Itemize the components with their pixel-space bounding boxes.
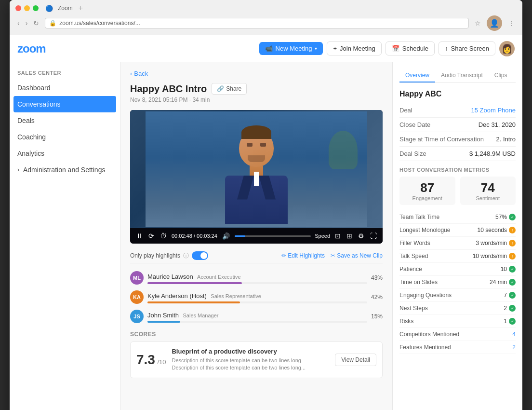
metric-value: 1 ✓: [504, 318, 516, 325]
stage-label: Stage at Time of Conversation: [399, 136, 484, 143]
metric-name: Team Talk Time: [399, 214, 439, 220]
participant-role-3: Sales Manager: [183, 313, 219, 318]
metric-value: 24 min ✓: [490, 279, 516, 286]
video-placeholder[interactable]: [130, 110, 383, 228]
tab-clips[interactable]: Clips: [489, 69, 513, 82]
metric-name: Features Mentioned: [399, 344, 451, 351]
metric-value: 10 ✓: [501, 266, 516, 273]
score-desc-2: Description of this score template can b…: [172, 364, 329, 371]
conversations-label: Conversations: [17, 100, 61, 108]
new-tab-button[interactable]: +: [79, 4, 83, 13]
join-meeting-label: Join Meeting: [340, 45, 375, 52]
metric-name: Filler Words: [399, 240, 430, 246]
back-label: Back: [134, 70, 148, 77]
time-total: 00:03:24: [197, 233, 217, 239]
green-badge-icon: ✓: [509, 292, 516, 299]
sidebar: SALES CENTER Dashboard Conversations Dea…: [10, 62, 120, 410]
new-meeting-label: New Meeting: [276, 45, 312, 52]
join-meeting-button[interactable]: + Join Meeting: [327, 41, 381, 55]
browser-controls: ‹ › ↻ 🔒 zoom.us/sales/conversations/... …: [15, 15, 517, 31]
clip-icon: ✂: [331, 252, 335, 259]
close-date-label: Close Date: [399, 121, 430, 128]
skip-back-button[interactable]: ⟳: [147, 231, 155, 241]
captions-button[interactable]: ⊡: [334, 231, 342, 241]
score-details: Blueprint of a productive discovery Desc…: [172, 348, 329, 372]
edit-icon: ✏: [281, 252, 286, 259]
forward-button[interactable]: ›: [24, 18, 30, 28]
metric-row: Time on Slides 24 min ✓: [399, 276, 516, 289]
highlights-left: Only play highlights ⓘ: [130, 251, 208, 260]
metric-value: 7 ✓: [504, 292, 516, 299]
bookmark-button[interactable]: ☆: [473, 18, 483, 28]
panel-title: Happy ABC: [399, 90, 516, 98]
user-avatar[interactable]: 👩: [499, 41, 515, 56]
schedule-label: Schedule: [402, 45, 428, 52]
metric-row: Competitors Mentioned 4: [399, 328, 516, 341]
video-content: [146, 111, 367, 227]
deals-label: Deals: [17, 117, 35, 124]
breadcrumb[interactable]: ‹ Back: [130, 70, 383, 77]
menu-button[interactable]: ⋮: [506, 18, 517, 28]
zoom-logo: zoom: [17, 42, 46, 55]
close-window-button[interactable]: [15, 5, 21, 11]
sidebar-item-admin[interactable]: › Administration and Settings: [10, 162, 120, 178]
panel-tabs: Overview Audio Transcript Clips: [399, 69, 516, 83]
back-button[interactable]: ‹: [15, 18, 22, 28]
participant-pct-1: 43%: [371, 274, 383, 281]
participant-info-1: Maurice Lawson Account Executive: [147, 272, 367, 284]
sidebar-item-dashboard[interactable]: Dashboard: [10, 80, 120, 96]
timer-button[interactable]: ⏱: [159, 231, 168, 241]
share-screen-button[interactable]: ↑ Share Screen: [439, 41, 495, 55]
layout-button[interactable]: ⊞: [346, 231, 353, 241]
participant-bar-fill-1: [147, 282, 242, 284]
minimize-window-button[interactable]: [24, 5, 30, 11]
sidebar-item-analytics[interactable]: Analytics: [10, 145, 120, 162]
volume-button[interactable]: 🔊: [221, 232, 231, 241]
metric-name: Risks: [399, 318, 413, 325]
join-icon: +: [333, 45, 337, 52]
maximize-window-button[interactable]: [33, 5, 39, 11]
address-bar[interactable]: 🔒 zoom.us/sales/conversations/...: [45, 18, 469, 28]
tab-overview[interactable]: Overview: [399, 69, 435, 82]
info-row-close-date: Close Date Dec 31, 2020: [399, 118, 516, 132]
participant-bar-fill-2: [147, 301, 240, 303]
participant-name-2: Kyle Anderson (Host): [147, 292, 207, 300]
share-icon: ↑: [445, 45, 448, 52]
metric-name: Longest Monologue: [399, 227, 450, 233]
toggle-knob: [200, 252, 207, 259]
new-meeting-button[interactable]: 📹 New Meeting ▾: [259, 42, 323, 55]
scores-section: SCORES 7.3 /10 Blueprint of a productive…: [130, 331, 383, 378]
sidebar-item-deals[interactable]: Deals: [10, 112, 120, 129]
progress-bar[interactable]: [235, 235, 311, 237]
participant-bar-1: [147, 282, 367, 284]
score-title: Blueprint of a productive discovery: [172, 348, 329, 355]
participant-bar-fill-3: [147, 321, 180, 323]
pause-button[interactable]: ⏸: [135, 231, 144, 241]
sidebar-item-coaching[interactable]: Coaching: [10, 129, 120, 145]
metrics-scores: 87 Engagement 74 Sentiment: [399, 177, 516, 205]
participant-pct-3: 15%: [371, 313, 383, 320]
sidebar-item-conversations[interactable]: Conversations: [13, 96, 116, 112]
metric-row: Next Steps 2 ✓: [399, 302, 516, 315]
schedule-button[interactable]: 📅 Schedule: [386, 41, 435, 55]
reload-button[interactable]: ↻: [31, 18, 41, 28]
metric-row: Filler Words 3 words/min !: [399, 237, 516, 250]
save-clip-button[interactable]: ✂ Save as New Clip: [331, 252, 383, 259]
participant-name-3: John Smith: [147, 312, 179, 319]
settings-button[interactable]: ⚙: [357, 231, 365, 241]
highlights-toggle[interactable]: [192, 251, 208, 260]
deal-value[interactable]: 15 Zoom Phone: [471, 107, 516, 114]
back-chevron-icon: ‹: [130, 70, 132, 77]
view-detail-button[interactable]: View Detail: [335, 354, 376, 366]
speed-button[interactable]: Speed: [315, 233, 330, 239]
participant-role-1: Account Executive: [197, 274, 241, 280]
share-button[interactable]: 🔗 Share: [212, 83, 247, 95]
edit-highlights-button[interactable]: ✏ Edit Highlights: [281, 252, 325, 259]
app-header: zoom 📹 New Meeting ▾ + Join Meeting 📅 Sc…: [10, 35, 522, 62]
browser-user-avatar[interactable]: 👤: [487, 15, 502, 31]
metrics-header: HOST CONVERSATION METRICS: [399, 167, 516, 173]
metric-row: Patience 10 ✓: [399, 263, 516, 276]
participant-avatar-2: KA: [130, 290, 144, 304]
fullscreen-button[interactable]: ⛶: [369, 231, 378, 241]
tab-audio-transcript[interactable]: Audio Transcript: [435, 69, 489, 82]
